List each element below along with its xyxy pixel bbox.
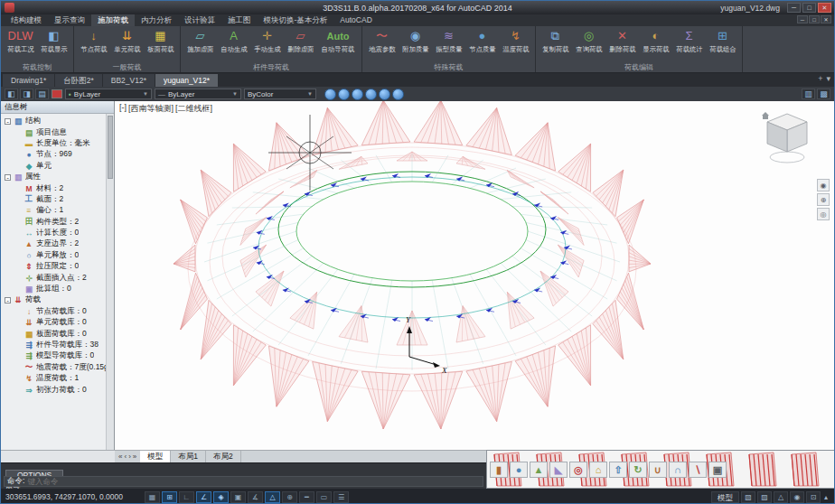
status-tool-icon[interactable]: △ [774,491,788,503]
navigation-tool-icon[interactable]: ⊕ [817,193,830,206]
ribbon-button[interactable]: ✛ 手动生成 [250,27,284,54]
status-expand-icon[interactable]: ▴ [822,493,830,501]
view-tool-icon[interactable] [392,89,404,100]
status-toggle-icon[interactable]: ━ [299,491,314,503]
layout-nav-icon[interactable]: « [118,453,122,461]
ribbon-button[interactable]: Σ 荷载统计 [672,27,706,54]
viewcube[interactable] [762,110,812,168]
tree-item[interactable]: ▬ 长度单位：毫米 [2,138,106,149]
tab-menu-icon[interactable]: ▾ [826,74,830,84]
viewport-view-menu[interactable]: [西南等轴测] [128,103,174,115]
tree-item[interactable]: 田 构件类型：2 [2,217,106,228]
toolbar-icon[interactable]: ▩ [817,89,830,99]
ribbon-button[interactable]: Auto 自动导荷载 [317,27,359,54]
status-toggle-icon[interactable]: ▦ [145,491,160,503]
status-toggle-icon[interactable]: ⊕ [282,491,297,503]
layout-nav-icon[interactable]: › [128,453,131,461]
tree-item[interactable]: 工 截面：2 [2,194,106,205]
document-tab[interactable]: Drawing1* [3,74,54,87]
command-input[interactable] [27,477,480,486]
tree-item[interactable]: - ▥ 属性 [2,172,106,182]
tree-item[interactable]: ↓ 节点荷载库：0 [2,306,106,317]
doc-close-icon[interactable]: ✕ [821,15,831,23]
status-toggle-icon[interactable]: ◈ [213,491,229,503]
viewport-controls-menu[interactable]: [-] [119,103,127,115]
doc-restore-icon[interactable]: □ [809,15,820,23]
drawing-viewport[interactable]: YX [-] [西南等轴测] [二维线框] ◉⊕◎ [115,101,835,450]
document-tab[interactable]: 台卧图2* [55,74,102,87]
layout-tab[interactable]: 布局1 [171,451,206,462]
status-toggle-icon[interactable]: ∠ [196,491,211,503]
ribbon-button[interactable]: ◧ 荷载显示 [37,27,70,54]
tree-item[interactable]: ⇕ 拉压限定：0 [2,261,106,272]
navigation-tool-icon[interactable]: ◉ [817,179,830,191]
tree-item[interactable]: ⊹ 截面插入点：2 [2,272,106,283]
ribbon-tab[interactable]: 施加荷载 [91,14,135,26]
status-toggle-icon[interactable]: △ [265,491,280,503]
tree-item[interactable]: M 材料：2 [2,182,106,193]
new-tab-icon[interactable]: + [818,74,822,84]
tree-expander-icon[interactable]: - [5,118,11,125]
modeling-tool-icon[interactable]: ● [510,462,528,478]
view-tool-icon[interactable] [324,89,336,100]
layer-tool-icon[interactable]: ◧ [5,89,18,99]
modeling-tool-icon[interactable]: ▲ [530,462,548,478]
ribbon-tab[interactable]: 设计验算 [178,14,221,26]
tree-scrollbar[interactable] [106,114,114,450]
tree-item[interactable]: ⇶ 杆件导荷载库：38 [2,340,106,350]
linetype-dropdown[interactable]: — ByLayer ▼ [155,89,241,99]
modeling-tool-icon[interactable]: ⇧ [609,462,627,478]
modeling-tool-icon[interactable]: ↻ [629,462,647,478]
doc-minimize-icon[interactable]: ─ [797,15,808,23]
ribbon-button[interactable]: ↓ 节点荷载 [77,27,110,54]
modeling-tool-icon[interactable]: ◎ [569,462,587,478]
modeling-tool-icon[interactable]: ∩ [669,462,687,478]
tree-item[interactable]: - ▥ 结构 [2,116,106,126]
status-toggle-icon[interactable]: ▭ [316,491,332,503]
tree-expander-icon[interactable]: - [5,297,11,303]
ribbon-button[interactable]: ⧉ 复制荷载 [539,27,572,54]
ribbon-tab[interactable]: 模块切换-基本分析 [258,14,334,26]
ribbon-button[interactable]: ▱ 删除虚面 [284,27,317,54]
status-toggle-icon[interactable]: ∡ [248,491,263,503]
document-tab[interactable]: BB2_V12* [103,74,155,87]
ribbon-button[interactable]: 〜 地震参数 [365,27,399,54]
ribbon-button[interactable]: ▱ 施加虚面 [183,27,217,54]
tree-item[interactable]: ↯ 温度荷载：1 [2,373,106,384]
ribbon-button[interactable]: DLW 荷载工况 [4,27,37,54]
model-space-button[interactable]: 模型 [711,491,739,503]
tree-item[interactable]: ▲ 支座边界：2 [2,238,106,249]
view-tool-icon[interactable] [379,89,390,100]
color-swatch[interactable] [52,89,62,98]
status-tool-icon[interactable]: ▧ [741,491,755,503]
status-toggle-icon[interactable]: ∟ [179,491,194,503]
tree-item[interactable]: - ⇊ 荷载 [2,294,106,305]
modeling-tool-icon[interactable]: ∪ [649,462,667,478]
tree-expander-icon[interactable]: - [5,174,11,181]
toolbar-icon[interactable]: ▥ [802,89,815,99]
status-tool-icon[interactable]: ⊡ [806,491,821,503]
tree-item[interactable]: ≡ 偏心：1 [2,205,106,216]
ribbon-tab[interactable]: AutoCAD [333,14,378,26]
ribbon-button[interactable]: ● 节点质量 [465,27,499,54]
modeling-tool-icon[interactable]: ∖ [689,462,707,478]
tree-item[interactable]: ▦ 板面荷载库：0 [2,328,106,339]
status-toggle-icon[interactable]: ⊞ [162,491,177,503]
tree-item[interactable]: ⇊ 单元荷载库：0 [2,317,106,328]
tree-item[interactable]: ⇒ 初张力荷载：0 [2,384,106,395]
modeling-tool-icon[interactable]: ▣ [708,462,727,478]
modeling-tool-icon[interactable]: ▮ [490,462,508,478]
ribbon-button[interactable]: ⇊ 单元荷载 [110,27,144,54]
tree-item[interactable]: ▣ 批算组：0 [2,284,106,294]
viewport-style-menu[interactable]: [二维线框] [175,103,212,115]
status-toggle-icon[interactable]: ☰ [333,491,349,503]
ribbon-button[interactable]: ▦ 板面荷载 [144,27,177,54]
layer-tool-icon[interactable]: ▤ [35,89,49,99]
tree-item[interactable]: ○ 单元释放：0 [2,250,106,261]
ribbon-button[interactable]: ⊞ 荷载组合 [706,27,739,54]
ribbon-tab[interactable]: 内力分析 [135,14,178,26]
tree-item[interactable]: ● 节点：969 [2,149,106,160]
tree-scrollbar-thumb[interactable] [108,116,113,179]
tree-item[interactable]: ◆ 单元 [2,161,106,172]
tree-item[interactable]: ⇶ 模型导荷载库：0 [2,350,106,361]
